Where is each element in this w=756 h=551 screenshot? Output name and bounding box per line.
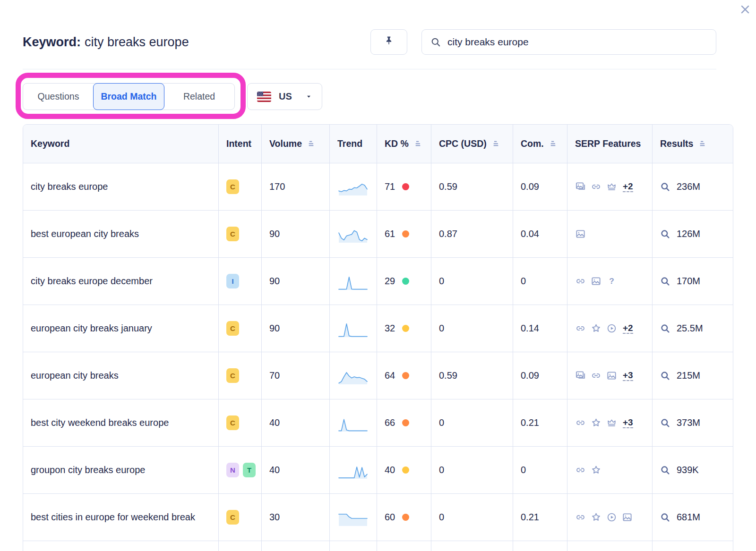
intent-cell: NT (219, 447, 262, 493)
keyword-cell[interactable]: european city breaks january (23, 305, 219, 352)
question-icon: ? (606, 276, 617, 287)
serp-more-link[interactable]: +2 (623, 181, 633, 193)
cpc-cell: 0.59 (431, 163, 513, 210)
kd-cell: 29 (377, 258, 431, 305)
com-cell: 0.09 (513, 352, 567, 399)
keyword-cell[interactable]: city breaks europe (23, 163, 219, 210)
table-row[interactable]: city breaks europe decemberI902900?170M (23, 258, 733, 305)
volume-cell: 40 (262, 399, 330, 446)
column-header-kd: KD % (377, 125, 431, 163)
intent-badge-c: C (226, 368, 239, 383)
serp-more-link[interactable]: +2 (623, 323, 633, 334)
keyword-text: best cities in europe for weekend break (31, 511, 195, 523)
keyword-cell[interactable]: city breaks europe december (23, 258, 219, 305)
keyword-text: european city breaks (31, 370, 119, 381)
search-input[interactable] (447, 36, 707, 48)
cpc-value: 0 (439, 417, 444, 428)
empty-cell (330, 541, 377, 551)
cpc-cell: 0 (431, 258, 513, 305)
kd-value: 60 (385, 512, 395, 523)
serp-features-cell (567, 447, 653, 493)
images-pack-icon (575, 370, 586, 381)
tab-questions[interactable]: Questions (23, 84, 94, 110)
results-value: 939K (677, 465, 699, 475)
com-cell: 0.21 (513, 494, 567, 541)
sort-icon[interactable] (491, 139, 501, 149)
table-header-row: Keyword Intent Volume Trend KD % CPC (US… (23, 125, 733, 163)
volume-cell: 40 (262, 447, 330, 493)
results-cell: 25.5M (653, 305, 733, 352)
star-icon (591, 417, 601, 428)
country-selector[interactable]: US (247, 83, 322, 110)
keyword-cell[interactable]: groupon city breaks europe (23, 447, 219, 493)
kd-difficulty-dot (402, 278, 409, 285)
link-icon (575, 417, 586, 428)
table-row[interactable]: best european city breaksC90610.870.0412… (23, 211, 733, 258)
volume-cell: 90 (262, 258, 330, 305)
results-cell: 236M (653, 163, 733, 210)
sort-icon[interactable] (548, 139, 558, 149)
cpc-cell: 0.87 (431, 211, 513, 257)
pin-button[interactable] (370, 29, 407, 55)
trend-sparkline (337, 318, 369, 339)
cpc-value: 0.59 (439, 181, 457, 192)
table-row[interactable]: groupon city breaks europeNT404000939K (23, 447, 733, 494)
serp-features-cell: +3 (567, 352, 653, 399)
cpc-value: 0 (439, 323, 444, 334)
kd-value: 64 (385, 370, 395, 381)
sort-icon[interactable] (306, 139, 316, 149)
kd-value: 32 (385, 323, 395, 334)
trend-cell (330, 352, 377, 399)
serp-features-cell: ? (567, 258, 653, 305)
volume-value: 40 (269, 417, 280, 428)
table-row[interactable]: european city breaks januaryC903200.14+2… (23, 305, 733, 352)
link-icon (591, 181, 601, 192)
results-cell: 126M (653, 211, 733, 257)
sort-icon[interactable] (697, 139, 707, 149)
link-icon (575, 276, 586, 287)
com-value: 0.14 (521, 323, 539, 334)
tab-broad-match[interactable]: Broad Match (93, 83, 164, 110)
magnifier-icon (660, 229, 670, 239)
serp-features-cell: +2 (567, 305, 653, 352)
trend-cell (330, 494, 377, 541)
results-cell: 215M (653, 352, 733, 399)
serp-more-link[interactable]: +3 (623, 417, 633, 429)
column-header-intent: Intent (219, 125, 262, 163)
star-icon (591, 512, 601, 523)
kd-difficulty-dot (402, 514, 409, 521)
link-icon (591, 370, 601, 381)
trend-sparkline (337, 271, 369, 292)
table-body: city breaks europeC170710.590.09+2236Mbe… (23, 163, 733, 551)
link-icon (575, 323, 586, 334)
tab-related[interactable]: Related (164, 84, 234, 110)
table-row[interactable]: city breaks europeC170710.590.09+2236M (23, 163, 733, 211)
search-icon (430, 37, 441, 48)
close-icon[interactable] (739, 3, 751, 16)
cpc-value: 0 (439, 512, 444, 523)
trend-sparkline (337, 413, 369, 433)
country-code-label: US (279, 91, 292, 102)
table-row[interactable]: european city breaksC70640.590.09+3215M (23, 352, 733, 399)
serp-features-cell: +2 (567, 163, 653, 210)
kd-value: 29 (385, 276, 395, 287)
intent-badge-c: C (226, 321, 239, 336)
table-row[interactable]: best cities in europe for weekend breakC… (23, 494, 733, 541)
serp-features-cell (567, 494, 653, 541)
sort-icon[interactable] (413, 139, 423, 149)
serp-features-cell: +3 (567, 399, 653, 446)
results-value: 126M (677, 229, 700, 239)
keyword-cell[interactable]: best european city breaks (23, 211, 219, 257)
column-header-serp-features: SERP Features (567, 125, 653, 163)
intent-cell: C (219, 211, 262, 257)
column-header-cpc: CPC (USD) (431, 125, 513, 163)
trend-cell (330, 399, 377, 446)
keyword-cell[interactable]: best city weekend breaks europe (23, 399, 219, 446)
keyword-cell[interactable]: best cities in europe for weekend break (23, 494, 219, 541)
keyword-cell[interactable]: european city breaks (23, 352, 219, 399)
serp-more-link[interactable]: +3 (623, 370, 633, 381)
table-row[interactable]: best city weekend breaks europeC406600.2… (23, 399, 733, 447)
header-divider (23, 69, 716, 69)
image-icon (591, 276, 601, 287)
cpc-value: 0.87 (439, 229, 457, 239)
